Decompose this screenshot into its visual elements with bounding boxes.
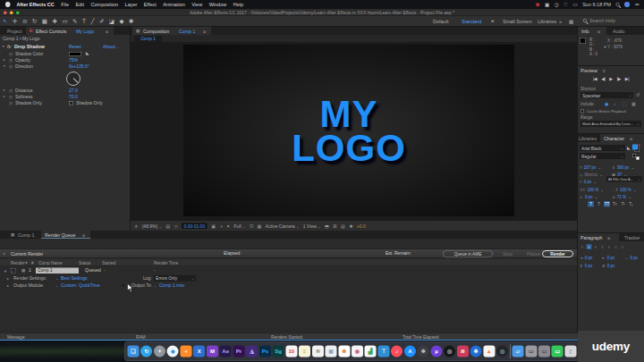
dock-folder-documents[interactable]: ▱ [513,346,524,358]
tool-icon-3[interactable]: ↻ [32,18,37,25]
softness-expander[interactable]: ► [3,95,5,98]
panel-menu-icon[interactable]: ≡ [630,136,632,141]
menu-view[interactable]: View [191,2,202,7]
menu-help[interactable]: Help [233,2,243,7]
shadow-only-checkbox[interactable] [69,101,73,105]
snapshot-icon[interactable]: ▣ [211,223,216,229]
type-style-button-2[interactable]: TT [604,201,610,207]
panel-menu-icon[interactable]: ≡ [106,29,108,34]
heart-menu-icon[interactable]: ♡ [564,2,568,8]
output-module-caret[interactable]: ⌄ [55,283,58,288]
tool-icon-9[interactable]: ╱ [90,18,94,25]
dock-trash[interactable]: ▯ [564,346,576,358]
grid-guides-icon[interactable]: ▤ [165,223,170,229]
menu-layer[interactable]: Layer [125,2,138,7]
tab-composition[interactable]: ▦ Composition Comp 1 ≡ [132,27,211,35]
type-style-button-1[interactable]: T [596,201,602,207]
reset-preview-icon[interactable]: ↺ [636,92,640,97]
render-settings-value[interactable]: Best Settings [61,276,87,282]
dock-app-affinity[interactable]: ◮ [246,346,258,358]
baseline-shift-value[interactable]: 0 px [585,195,593,199]
stroke-width-value[interactable]: 0 px [584,180,592,184]
align-button-6[interactable]: ≡ [620,244,625,249]
dock-window-1[interactable]: ▭ [525,346,537,358]
dock-app-appstore[interactable]: A [404,346,416,358]
indent-right-value[interactable]: 0 px [607,256,615,260]
reset-exposure-icon[interactable]: ✱ [349,223,352,229]
stopwatch-icon[interactable]: ◷ [9,88,13,93]
range-dropdown[interactable]: Work Area Extended By Curre...⌄ [580,121,641,127]
type-style-button-5[interactable]: T₁ [628,201,634,207]
menu-after-effects-cc[interactable]: After Effects CC [17,2,55,7]
dock-window-2[interactable]: ▭ [538,346,550,358]
font-style-dropdown[interactable]: Regular⌄ [580,153,625,159]
stopwatch-icon[interactable]: ◷ [9,58,13,63]
menu-edit[interactable]: Edit [76,2,84,7]
resolution-dropdown[interactable]: Full ⌄ [234,223,246,229]
column-render[interactable]: Render [11,260,25,265]
dock-app-photoshop[interactable]: Ps [259,346,271,358]
settings-expander[interactable]: ▸ [7,276,9,281]
dock-app-calendar[interactable]: 10 [285,346,297,358]
fast-previews-icon[interactable]: ✦ [226,223,230,229]
direction-dial[interactable] [66,72,80,86]
tab-project[interactable]: Project [7,29,21,34]
character-eyedropper-icon[interactable]: ◣ [627,146,630,150]
row-expander[interactable]: ▼ [4,269,7,274]
space-before-value[interactable]: 0 px [585,264,593,268]
recording-icon[interactable] [536,3,540,7]
dock-app-keynote[interactable]: ⊤ [377,346,389,358]
tool-icon-10[interactable]: ✐ [99,18,104,25]
menu-effect[interactable]: Effect [144,2,157,7]
dock-app-photos[interactable]: ❀ [338,346,350,358]
align-button-2[interactable]: ≡ [593,244,598,249]
column-status[interactable]: Status [79,260,90,265]
type-style-button-3[interactable]: Tт [612,201,618,207]
transparency-grid-icon[interactable]: ▦ [258,223,262,229]
align-button-5[interactable]: ≡ [614,244,619,249]
flowchart-icon[interactable]: ▤ [341,223,345,229]
tab-comp1-timeline[interactable]: Comp 1 [18,232,34,238]
vertical-scale-caret[interactable]: ⌄ [600,188,604,192]
log-dropdown[interactable]: Errors Only⌄ [154,275,196,282]
swap-fill-stroke-white[interactable] [636,156,640,160]
tool-icon-12[interactable]: ◆ [120,18,124,25]
dock-app-preview[interactable]: ▣ [326,346,337,358]
menu-file[interactable]: File [61,2,69,7]
last-frame-button[interactable]: ▶| [625,76,629,81]
dock-app-textedit[interactable]: ≣ [312,346,324,358]
output-to-caret[interactable]: ⌄ [154,283,157,288]
stop-button[interactable]: Stop [503,251,513,257]
dock-app-safari[interactable]: ◈ [167,346,179,358]
workspace-overflow[interactable]: » [559,19,562,24]
tool-icon-8[interactable]: T [82,18,86,25]
dock-app-launchpad[interactable]: ✦ [154,346,165,358]
type-style-button-0[interactable]: T [588,201,594,207]
panel-menu-icon[interactable]: ≡ [82,232,85,238]
tool-icon-4[interactable]: ▦ [42,18,47,25]
dock-app-numbers[interactable]: ▟ [365,346,377,358]
dock-app-update[interactable]: ↻ [140,346,152,358]
pause-button[interactable]: Pause [527,251,540,257]
menubar-clock[interactable]: Sun 6:18 PM [582,2,611,7]
tool-icon-1[interactable]: ✛ [13,18,17,25]
dock-app-xcode[interactable]: X [193,346,205,358]
tab-tracker[interactable]: Tracker [624,235,640,240]
tab-character[interactable]: Character ≡ [600,134,644,142]
tab-libraries[interactable]: Libraries [579,136,597,141]
current-render-expander[interactable]: ▸ [4,251,5,256]
notification-center-icon[interactable]: ≔ [635,2,640,8]
tab-paragraph[interactable]: Paragraph ≡ [578,233,619,241]
column-comp-name[interactable]: Comp Name [38,260,63,265]
pixel-aspect-icon[interactable]: ⬒ [325,223,329,229]
include-layer-controls-icon[interactable]: ▦ [631,101,636,106]
effect-about-link[interactable]: About... [103,44,119,49]
stroke-style-dropdown[interactable]: All Fills Over A...⌄ [606,176,642,182]
hand-tool-icon[interactable]: ✛ [134,223,138,229]
include-video-icon[interactable]: ◉ [605,101,608,106]
include-audio-icon[interactable]: ♪ [614,101,616,106]
region-of-interest-icon[interactable]: ⊡ [250,223,253,229]
render-button[interactable]: Render [542,250,573,257]
align-button-0[interactable]: ≡ [580,244,585,249]
spotlight-icon[interactable] [616,3,620,6]
